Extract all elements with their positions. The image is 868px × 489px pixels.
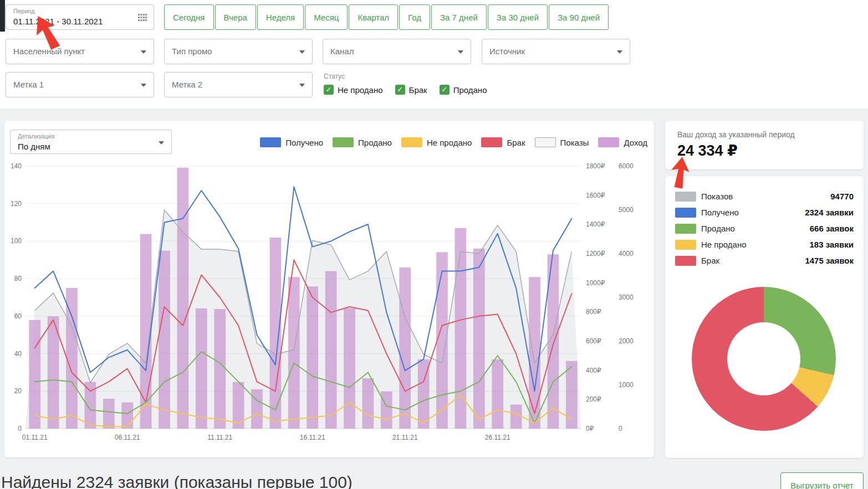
svg-text:40: 40 (14, 350, 22, 358)
calendar-icon[interactable] (138, 13, 147, 22)
checkbox-defect[interactable]: Брак (395, 85, 427, 95)
period-label: Период (13, 8, 35, 14)
quick-button-7days[interactable]: За 7 дней (431, 4, 487, 30)
checkbox-checked-icon (440, 85, 450, 95)
promo-type-select[interactable]: Тип промо (164, 39, 313, 64)
checkbox-checked-icon (395, 85, 405, 95)
stats-card: Показов 94770 Получено 2324 заявки Прода… (665, 176, 864, 458)
stats-rows: Показов 94770 Получено 2324 заявки Прода… (675, 188, 854, 269)
svg-text:400₽: 400₽ (586, 367, 601, 374)
svg-text:80: 80 (14, 275, 22, 282)
annotation-arrow-income (667, 155, 693, 191)
status-label: Статус (324, 73, 345, 80)
svg-text:26.11.21: 26.11.21 (485, 434, 510, 441)
svg-text:06.11.21: 06.11.21 (115, 434, 140, 441)
tag2-placeholder: Метка 2 (172, 80, 202, 89)
chevron-down-icon (141, 50, 146, 54)
legend-item-views[interactable]: Показы (535, 137, 589, 147)
stat-row-sold: Продано 666 заявок (675, 220, 854, 236)
detail-label: Детализация (18, 133, 54, 140)
quick-button-year[interactable]: Год (399, 4, 430, 30)
svg-text:4000: 4000 (619, 250, 634, 258)
svg-text:3000: 3000 (619, 294, 634, 301)
detail-select[interactable]: Детализация По дням (10, 130, 172, 154)
svg-text:100: 100 (11, 237, 22, 245)
svg-text:120: 120 (11, 200, 22, 208)
period-field[interactable]: Период 01.11.2021 - 30.11.2021 (6, 4, 154, 30)
svg-text:1200₽: 1200₽ (586, 250, 605, 258)
settlement-select[interactable]: Населенный пункт (6, 39, 154, 64)
svg-text:1600₽: 1600₽ (586, 192, 605, 199)
chart-legend: Получено Продано Не продано Брак Показы … (260, 137, 647, 147)
svg-text:21.11.21: 21.11.21 (392, 434, 418, 441)
chevron-down-icon (159, 141, 164, 145)
quick-button-yesterday[interactable]: Вчера (215, 4, 256, 30)
checkbox-checked-icon (324, 85, 334, 95)
svg-text:20: 20 (14, 387, 22, 395)
svg-text:0: 0 (619, 425, 622, 433)
legend-item-income[interactable]: Доход (598, 137, 647, 147)
detail-value: По дням (18, 142, 50, 151)
svg-text:0: 0 (18, 425, 22, 433)
stat-swatch-received (675, 208, 696, 218)
quick-button-today[interactable]: Сегодня (164, 4, 214, 30)
legend-item-received[interactable]: Получено (260, 137, 323, 147)
legend-swatch-received (260, 137, 281, 147)
stat-swatch-views (675, 192, 696, 202)
export-report-button[interactable]: Выгрузить отчет (780, 472, 864, 489)
status-donut-chart[interactable] (692, 287, 836, 431)
svg-text:200₽: 200₽ (586, 395, 601, 403)
quick-button-week[interactable]: Неделя (257, 4, 304, 30)
stat-swatch-sold (675, 224, 696, 234)
quick-button-quarter[interactable]: Квартал (349, 4, 398, 30)
results-count-text: Найдены 2324 заявки (показаны первые 100… (1, 473, 353, 489)
svg-text:1400₽: 1400₽ (586, 220, 605, 228)
svg-text:600₽: 600₽ (586, 337, 601, 345)
chevron-down-icon (458, 50, 463, 54)
status-checkboxes: Не продано Брак Продано (324, 85, 487, 95)
legend-item-not-sold[interactable]: Не продано (401, 137, 472, 147)
stat-row-views: Показов 94770 (675, 188, 854, 204)
source-select[interactable]: Источник (482, 39, 630, 64)
analytics-dashboard: Период 01.11.2021 - 30.11.2021 Сегодня В… (0, 0, 868, 489)
legend-swatch-views (535, 137, 556, 147)
svg-text:140: 140 (11, 162, 22, 170)
svg-text:5000: 5000 (619, 206, 634, 214)
window-edge (0, 0, 5, 32)
svg-text:01.11.21: 01.11.21 (22, 434, 48, 441)
legend-swatch-defect (481, 137, 502, 147)
svg-text:6000: 6000 (619, 162, 634, 170)
tag2-select[interactable]: Метка 2 (164, 72, 313, 97)
quick-period-buttons: Сегодня Вчера Неделя Месяц Квартал Год З… (164, 4, 609, 30)
analytics-combo-chart[interactable]: 0204060801001201400₽200₽400₽600₽800₽1000… (6, 159, 649, 445)
stat-row-defect: Брак 1475 заявок (675, 253, 854, 269)
svg-text:1000: 1000 (619, 381, 634, 389)
income-label: Ваш доход за указанный период (677, 130, 795, 139)
legend-swatch-not-sold (401, 137, 422, 147)
chevron-down-icon (141, 84, 146, 87)
channel-select[interactable]: Канал (323, 39, 471, 64)
svg-text:1800₽: 1800₽ (586, 162, 605, 170)
legend-swatch-income (598, 137, 619, 147)
stat-swatch-defect (675, 256, 696, 266)
legend-item-defect[interactable]: Брак (481, 137, 525, 147)
tag1-placeholder: Метка 1 (13, 80, 44, 89)
quick-button-month[interactable]: Месяц (305, 4, 348, 30)
svg-text:11.11.21: 11.11.21 (207, 434, 232, 441)
quick-button-30days[interactable]: За 30 дней (488, 4, 548, 30)
svg-text:0₽: 0₽ (586, 425, 594, 433)
tag1-select[interactable]: Метка 1 (6, 72, 154, 97)
legend-item-sold[interactable]: Продано (333, 137, 392, 147)
chevron-down-icon (617, 50, 622, 54)
legend-swatch-sold (333, 137, 354, 147)
promo-type-placeholder: Тип промо (172, 47, 212, 56)
stat-swatch-not-sold (675, 240, 696, 250)
channel-placeholder: Канал (330, 47, 354, 56)
quick-button-90days[interactable]: За 90 дней (549, 4, 609, 30)
chart-panel: Детализация По дням Получено Продано Не … (4, 121, 654, 457)
svg-text:800₽: 800₽ (586, 308, 601, 316)
checkbox-not-sold[interactable]: Не продано (324, 85, 383, 95)
checkbox-sold[interactable]: Продано (440, 85, 487, 95)
svg-text:1000₽: 1000₽ (586, 279, 605, 287)
svg-text:16.11.21: 16.11.21 (300, 434, 325, 441)
